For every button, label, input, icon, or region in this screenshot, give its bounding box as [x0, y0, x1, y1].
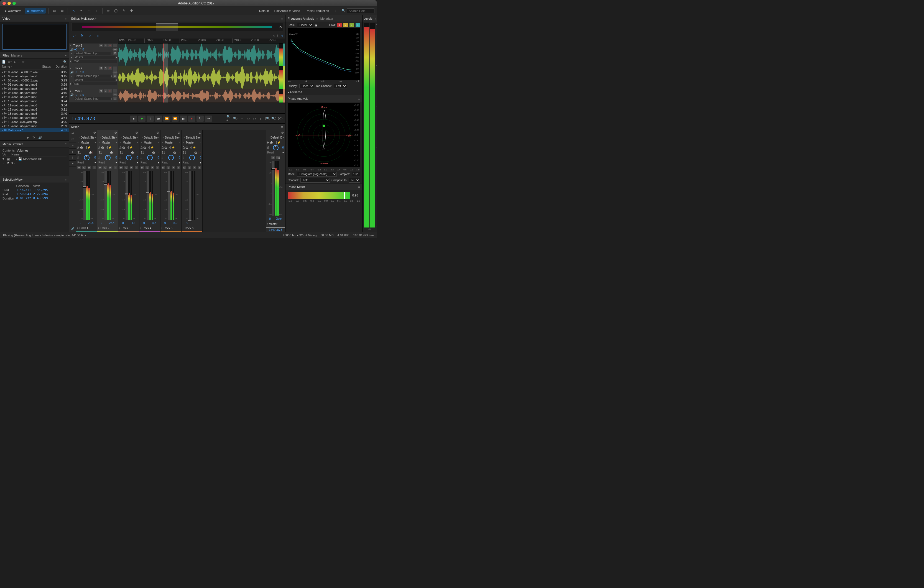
track-area[interactable]: › ⦙ Track 1 M S R I 🔊 +0 ⟟ 0 ((●)) → Def… — [69, 43, 285, 113]
fx-post-icon[interactable]: ⚡ — [172, 146, 175, 149]
fader-handle[interactable] — [167, 191, 171, 192]
send-power-icon[interactable]: ⏻ — [194, 151, 197, 154]
phase-menu-icon[interactable]: ≡ — [358, 97, 360, 100]
video-preview[interactable] — [3, 24, 66, 49]
track-handle-icon[interactable]: ⦙ — [98, 227, 99, 230]
strip-mon-button[interactable]: I — [135, 166, 138, 169]
input-monitor-button[interactable]: I — [113, 89, 117, 92]
fader-handle[interactable] — [188, 220, 192, 221]
pan-mode-icon[interactable]: ⟟| — [78, 156, 79, 159]
track-handle-icon[interactable]: ⦙ — [72, 44, 73, 47]
mixer-strip[interactable]: ∅ →Default Ster› ←Master› fx⏻→|⚡ S1⏻|→ ⟟… — [118, 130, 139, 232]
strip-input[interactable]: Default Ster — [186, 136, 200, 139]
mute-button[interactable]: M — [99, 66, 103, 70]
playhead[interactable] — [163, 66, 163, 89]
pan-mode-icon[interactable]: ⟟| — [183, 156, 185, 159]
file-row[interactable]: › ⊩ 13-root...ub-yard.mp3 3:40 — [0, 111, 69, 115]
spectral-display-icon[interactable]: ▤ — [51, 8, 58, 14]
mixer-strip[interactable]: ∅ →Default Ster› ←Master› fx⏻→|⚡ S1⏻|→ ⟟… — [182, 130, 203, 232]
fx-power-icon[interactable]: ⏻ — [122, 146, 125, 149]
input-monitor-button[interactable]: I — [113, 44, 117, 47]
strip-mute-button[interactable]: M — [98, 166, 102, 169]
track-clip-area[interactable] — [118, 43, 279, 66]
file-row[interactable]: › ⊩ 11-root...ub-yard.mp3 3:04 — [0, 103, 69, 107]
track-input-select[interactable]: Default Stereo Input — [74, 97, 111, 100]
strip-solo-button[interactable]: (S) — [276, 156, 280, 159]
strip-input[interactable]: Default Ster — [102, 136, 116, 139]
track-handle-icon[interactable]: ⦙ — [72, 66, 73, 70]
send-power-icon[interactable]: ⏻ — [131, 151, 134, 154]
track-handle-icon[interactable]: ⦙ — [183, 227, 183, 230]
pan-mode-icon[interactable]: ⟟| — [119, 156, 121, 159]
levels-menu-icon[interactable]: ≡ — [375, 17, 376, 20]
frequency-plot[interactable]: Live CTI dB-10-20-30-40-50-60-70-80-90-1… — [288, 28, 360, 80]
zoom-navigator[interactable]: ⟲ — [71, 23, 283, 31]
zoom-in-icon[interactable]: 🔍+ — [226, 116, 232, 121]
expand-icon[interactable]: › — [2, 87, 3, 91]
strip-automation[interactable]: Read — [98, 161, 115, 164]
send-label[interactable]: S1 — [119, 151, 123, 154]
file-row[interactable]: › ⊩ 06-root...ub-yard.mp3 3:29 — [0, 82, 69, 86]
phase-channel-select[interactable]: Left — [300, 178, 330, 183]
hold-2-button[interactable]: 2 — [343, 23, 348, 27]
mixer-strip[interactable]: ∅ →Default Ster› ←Master› fx⏻→|⚡ S1⏻|→ ⟟… — [139, 130, 160, 232]
solo-button[interactable]: S — [104, 44, 107, 47]
workspace-radio[interactable]: Radio Production — [303, 8, 332, 13]
mixer-pan-section-icon[interactable]: ⟟ — [69, 155, 76, 161]
track-volume[interactable]: +0 — [74, 48, 78, 51]
play-file-icon[interactable]: ▶ — [27, 136, 29, 139]
record-button[interactable]: ● — [188, 115, 195, 122]
mb-volume-row[interactable]: ▾🖴 ›💾 Macintosh HD — [3, 157, 66, 161]
fx-pre-icon[interactable]: →| — [104, 146, 108, 149]
file-row[interactable]: › ⊩ 16-root...ub-yard.mp3 2:59 — [0, 124, 69, 128]
playhead[interactable] — [163, 89, 163, 102]
levels-tab[interactable]: Levels — [364, 17, 373, 20]
strip-output[interactable]: Master — [165, 141, 179, 144]
timecode-display[interactable]: 1:49.873 — [71, 115, 116, 121]
track-automation-select[interactable]: Read — [72, 59, 117, 63]
sv-view-start[interactable]: 1:34.295 — [33, 188, 50, 192]
forward-button[interactable]: ⏩ — [172, 115, 179, 122]
track-expand-icon[interactable]: › — [70, 44, 71, 47]
fx-post-icon[interactable]: ⚡ — [150, 146, 154, 149]
files-tab[interactable]: Files — [3, 54, 9, 57]
pan-value[interactable]: 0 — [136, 156, 138, 159]
track-automation-select[interactable]: Read — [72, 82, 117, 86]
editor-menu-icon[interactable]: ≡ — [281, 17, 283, 20]
strip-name-row[interactable]: ⦙Track 1 — [76, 225, 97, 231]
expand-icon[interactable]: › — [2, 91, 3, 94]
media-browser-tab[interactable]: Media Browser — [3, 142, 23, 146]
mb-col-name[interactable]: Name ↑ — [12, 153, 22, 156]
strip-input[interactable]: Default Ster — [81, 136, 94, 139]
loop-file-icon[interactable]: ↻ — [33, 136, 35, 139]
strip-mon-button[interactable]: I — [177, 166, 180, 169]
strip-automation[interactable]: Read — [162, 161, 178, 164]
file-row[interactable]: › ⊩ 12-root...ub-yard.mp3 3:11 — [0, 107, 69, 111]
stereo-button[interactable]: ((●)) — [113, 48, 117, 51]
navigator-reset-icon[interactable]: ⟲ — [279, 25, 282, 29]
track-handle-icon[interactable]: ⦙ — [267, 222, 268, 226]
sv-sel-dur[interactable]: 0:01.732 — [16, 196, 33, 200]
time-select-tool-icon[interactable]: I — [93, 8, 100, 14]
strip-phase-icon[interactable]: ∅ — [114, 131, 117, 134]
phase-invert-button[interactable]: ∅ — [113, 74, 117, 77]
loop-button[interactable]: ↻ — [196, 115, 204, 122]
strip-output[interactable]: Master — [186, 141, 200, 144]
pan-value[interactable]: 0 — [178, 156, 180, 159]
pan-mode-icon[interactable]: ⟟| — [98, 156, 100, 159]
mixer-collapse-icon[interactable]: ▾ — [69, 161, 76, 167]
track-pan[interactable]: 0 — [82, 93, 84, 96]
autoplay-icon[interactable]: 🔊 — [38, 136, 42, 139]
automation-expand-icon[interactable]: › — [70, 59, 71, 63]
strip-peak-value[interactable]: -23.4 — [108, 221, 115, 224]
strip-rec-button[interactable]: R — [151, 166, 154, 169]
mixer-menu-icon[interactable]: ≡ — [281, 125, 283, 128]
zoom-selection-icon[interactable]: ▭ — [246, 116, 251, 121]
strip-name-row[interactable]: ⦙Master — [266, 221, 285, 227]
send-label[interactable]: S1 — [183, 151, 186, 154]
fx-pre-icon[interactable]: →| — [125, 146, 129, 149]
fader-handle[interactable] — [146, 192, 150, 193]
fx-post-icon[interactable]: ⚡ — [277, 141, 280, 144]
track-volume[interactable]: +0 — [74, 71, 78, 74]
file-list[interactable]: › ⊩ 05-root... 48000 2.wav 3:15› ⊩ 05-ro… — [0, 70, 69, 134]
